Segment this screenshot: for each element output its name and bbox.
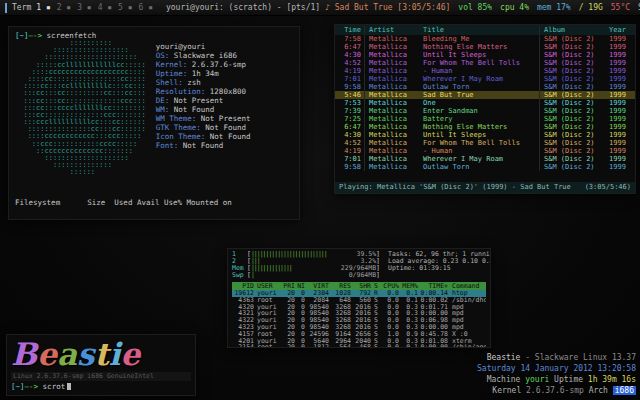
playlist-row[interactable]: 4:52 Metallica For Whom The Bell Tolls S… (335, 139, 635, 147)
info-value: Not Found (169, 105, 214, 114)
track-album: S&M (Disc 2) (539, 107, 606, 115)
workspace-button[interactable]: 4 ▪ (98, 3, 112, 12)
playlist-row[interactable]: 4:30 Metallica Until It Sleeps S&M (Disc… (335, 131, 635, 139)
playlist-row[interactable]: 6:47 Metallica Nothing Else Matters S&M … (335, 43, 635, 51)
system-info-line: youri@youri (156, 42, 251, 51)
cpu-memory-meters: 1||||||||||||||||||||||||||39.5% 2|||3.2… (232, 251, 380, 279)
process-row[interactable]: 2154 root 20 0 1812 564 468 S 0.0 0.1 0:… (232, 344, 486, 348)
banner-letter: a (57, 336, 77, 372)
playlist-row[interactable]: 7:39 Metallica Enter Sandman S&M (Disc 2… (335, 107, 635, 115)
info-label: WM Theme: (156, 114, 197, 123)
workspace-button[interactable]: 2 ▪ (57, 3, 71, 12)
kernel-line: Kernel 2.6.37.6-smp Arch i686 (477, 385, 636, 396)
playlist-row[interactable]: 7:01 Metallica Wherever I May Roam S&M (… (335, 75, 635, 83)
text-part: Machine (487, 375, 526, 384)
app-label: Term (12, 3, 31, 12)
text-cursor (67, 383, 71, 390)
proc-mem: 0.1 (399, 344, 418, 348)
info-value: Not Found (178, 141, 223, 150)
track-year: 1999 (606, 91, 635, 99)
system-info-line: WM: Not Found (156, 105, 251, 114)
playlist-row[interactable]: 4:19 Metallica - Human S&M (Disc 2) 1999 (335, 147, 635, 155)
track-artist: Metallica (364, 83, 421, 91)
terminal-screenfetch[interactable]: [~]—-> screenfetch :::::::::: ::::::::::… (8, 26, 300, 220)
proc-user: root (254, 344, 283, 348)
workspace-button[interactable]: 1 ▪ (36, 3, 50, 12)
workspace-list: 1 ▪2 ▪3 ▪4 ▪5 ▪6 ▪ (36, 3, 153, 12)
info-value: Not Present (196, 114, 250, 123)
track-year: 1999 (606, 123, 635, 131)
text-part: Arch (584, 386, 613, 395)
track-title: Battery (421, 115, 539, 123)
track-time: 6:47 (335, 43, 364, 51)
track-artist: Metallica (364, 59, 421, 67)
track-time: 5:46 (335, 91, 364, 99)
playlist-row[interactable]: 9:58 Metallica Outlaw Torn S&M (Disc 2) … (335, 83, 635, 91)
music-player-window[interactable]: Time Artist Title Album Year 7:58 Metall… (334, 24, 636, 194)
playlist-row[interactable]: 5:46 Metallica Sad But True S&M (Disc 2)… (335, 91, 635, 99)
playlist-row[interactable]: 7:53 Metallica One S&M (Disc 2) 1999 (335, 99, 635, 107)
track-year: 1999 (606, 115, 635, 123)
kernel-info-line: Linux 2.6.37.6-smp i686 GenuineIntel (11, 372, 191, 381)
track-year: 1999 (606, 67, 635, 75)
track-time: 4:19 (335, 67, 364, 75)
screenfetch-output: :::::::::: :::::::::::::::::: ::::::::::… (15, 40, 293, 177)
text-part: 2.6.37.6-smp (526, 386, 584, 395)
proc-state: S (371, 344, 381, 348)
info-label: GTK Theme: (156, 123, 201, 132)
track-year: 1999 (606, 163, 635, 171)
now-playing-text: Playing: Metallica 'S&M (Disc 2)' (1999)… (339, 183, 571, 192)
status-segment: / 19G (579, 3, 603, 12)
workspace-button[interactable]: 5 ▪ (118, 3, 132, 12)
player-status-bar: Playing: Metallica 'S&M (Disc 2)' (1999)… (335, 182, 635, 193)
info-value: Not Found (205, 132, 250, 141)
text-part: 1h 39m 16s (588, 375, 636, 384)
proc-command: mpd (448, 310, 486, 317)
track-album: S&M (Disc 2) (539, 115, 606, 123)
resource-meter: 2|||3.2% (232, 258, 380, 265)
track-title: For Whom The Bell Tolls (421, 139, 539, 147)
track-album: S&M (Disc 2) (539, 147, 606, 155)
info-label: DE: (156, 96, 170, 105)
banner-letter: i (109, 336, 121, 372)
htop-window[interactable]: 1||||||||||||||||||||||||||39.5% 2|||3.2… (227, 248, 491, 348)
track-title: Enter Sandman (421, 107, 539, 115)
system-info-list: youri@youri OS: Slackware i686 Kernel: 2… (156, 42, 251, 177)
proc-ni: 0 (295, 344, 305, 348)
track-year: 1999 (606, 51, 635, 59)
track-artist: Metallica (364, 43, 421, 51)
terminal-beastie[interactable]: Beastie Linux 2.6.37.6-smp i686 GenuineI… (6, 334, 196, 396)
machine-line: Machine youri Uptime 1h 39m 16s (477, 374, 636, 385)
workspace-button[interactable]: 6 ▪ (139, 3, 153, 12)
banner-letter: t (94, 336, 108, 372)
playlist-row[interactable]: 6:47 Metallica Nothing Else Matters S&M … (335, 123, 635, 131)
text-part: i686 (613, 386, 636, 395)
proc-command: mpd (448, 317, 486, 324)
text-part: Kernel (492, 386, 526, 395)
workspace-button[interactable]: 3 ▪ (77, 3, 91, 12)
track-album: S&M (Disc 2) (539, 51, 606, 59)
track-artist: Metallica (364, 91, 421, 99)
beastie-ascii-banner: Beastie (11, 337, 191, 371)
info-label: Font: (156, 141, 179, 150)
track-year: 1999 (606, 35, 635, 43)
playlist-row[interactable]: 9:58 Metallica Outlaw Torn S&M (Disc 2) … (335, 163, 635, 171)
distro-line: Beastie - Slackware Linux 13.37 (477, 352, 636, 363)
info-value: 1280x800 (205, 87, 246, 96)
shell-prompt[interactable]: [~]—-> scrot (11, 382, 191, 392)
playlist-row[interactable]: 7:25 Metallica Battery S&M (Disc 2) 1999 (335, 115, 635, 123)
playlist-row[interactable]: 7:58 Metallica Bleeding Me S&M (Disc 2) … (335, 35, 635, 43)
system-info-line: Font: Not Found (156, 141, 251, 150)
track-time: 4:30 (335, 51, 364, 59)
info-label: OS: (156, 51, 170, 60)
track-album: S&M (Disc 2) (539, 139, 606, 147)
playlist-row[interactable]: 4:19 Metallica - Human S&M (Disc 2) 1999 (335, 67, 635, 75)
track-artist: Metallica (364, 123, 421, 131)
playlist-row[interactable]: 7:01 Metallica Wherever I May Roam S&M (… (335, 155, 635, 163)
system-info-line: Uptime: 1h 34m (156, 69, 251, 78)
info-value: Not Present (169, 96, 223, 105)
playlist-row[interactable]: 4:52 Metallica For Whom The Bell Tolls S… (335, 59, 635, 67)
playlist-row[interactable]: 4:30 Metallica Until It Sleeps S&M (Disc… (335, 51, 635, 59)
disk-usage-output: Filesystem Size Used Avail Use% Mounted … (15, 180, 293, 220)
proc-pid: 2154 (232, 344, 254, 348)
